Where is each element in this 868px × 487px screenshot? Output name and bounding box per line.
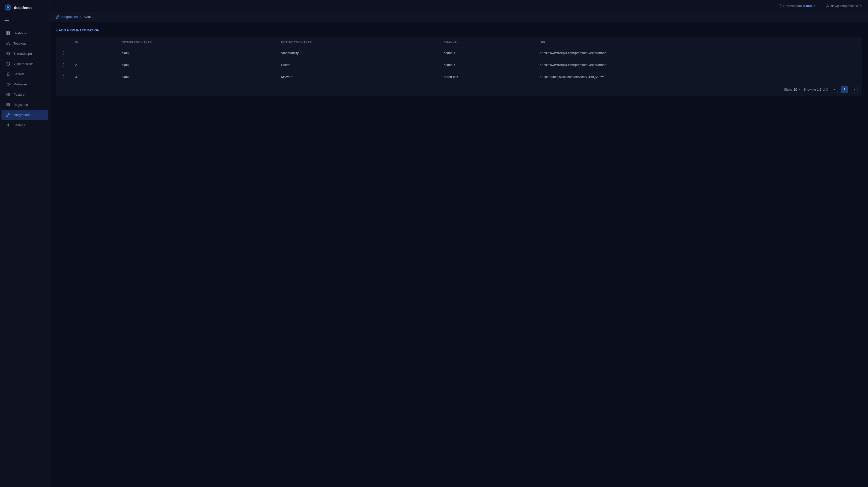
col-header-id: ID [71, 38, 118, 47]
user-email: dev@deepfence.io [831, 4, 858, 8]
sidebar-item-integrations-label: Integrations [13, 113, 30, 117]
table-row: ⋮ 1 slack Vulnerability asdasD https://w… [56, 47, 862, 59]
svg-line-11 [8, 42, 9, 44]
row-notification-type-3: Malware [277, 71, 440, 83]
sidebar-logo: deepfence [0, 0, 50, 15]
row-actions-menu-1[interactable]: ⋮ [56, 47, 71, 59]
deepfence-logo-icon [4, 4, 11, 11]
sidebar: deepfence Dashboard Topology ThreatGraph [0, 0, 50, 487]
svg-rect-29 [6, 115, 8, 117]
refresh-interval: 5 min [803, 4, 812, 8]
add-button-label: + ADD NEW INTEGRATION [56, 28, 100, 32]
sidebar-item-topology-label: Topology [13, 41, 26, 45]
svg-rect-22 [8, 93, 10, 94]
show-text: Show [784, 88, 792, 91]
sidebar-item-vulnerabilities-label: Vulnerabilities [13, 62, 33, 66]
svg-point-8 [6, 44, 7, 45]
sidebar-item-malwares-label: Malwares [13, 83, 27, 86]
row-url-2: https://www.freepik.com/premium-vector/m… [536, 59, 862, 71]
col-header-notification-type: NOTIFICATION TYPE [277, 38, 440, 47]
col-header-channel: CHANNEL [440, 38, 536, 47]
svg-point-9 [9, 44, 10, 45]
sidebar-item-secrets[interactable]: Secrets [1, 69, 48, 79]
table-row: ⋮ 3 slack Malware harsh-test https://hoo… [56, 71, 862, 83]
svg-point-30 [8, 113, 9, 114]
refresh-icon [778, 4, 782, 8]
sidebar-item-registries[interactable]: Registries [1, 100, 48, 109]
breadcrumb-separator: > [80, 15, 82, 19]
sidebar-item-posture[interactable]: Posture [1, 89, 48, 99]
page-content: + ADD NEW INTEGRATION ID INTEGRATION TYP… [50, 22, 868, 487]
sidebar-item-topology[interactable]: Topology [1, 38, 48, 48]
prev-page-button[interactable] [831, 86, 838, 93]
svg-rect-4 [8, 31, 10, 33]
sidebar-item-settings[interactable]: Settings [1, 120, 48, 130]
menu-toggle[interactable] [0, 15, 50, 26]
next-page-icon [853, 88, 856, 91]
row-actions-menu-2[interactable]: ⋮ [56, 59, 71, 71]
sidebar-item-vulnerabilities[interactable]: Vulnerabilities [1, 59, 48, 69]
show-count-select[interactable]: 10 [794, 88, 801, 91]
sidebar-item-settings-label: Settings [13, 123, 25, 127]
user-chevron-icon [860, 5, 862, 7]
topology-icon [6, 41, 10, 45]
sidebar-item-secrets-label: Secrets [13, 72, 24, 76]
row-channel-1: asdasD [440, 47, 536, 59]
breadcrumb-parent-label: Integrations [61, 15, 78, 19]
row-integration-type-2: slack [118, 59, 277, 71]
threatgraph-icon [6, 51, 10, 56]
pagination: Show 10 Showing 1-3 of 3 1 [56, 83, 862, 96]
app-name: deepfence [14, 5, 32, 10]
show-count-value: 10 [794, 88, 797, 91]
col-header-url: URL [536, 38, 862, 47]
show-label: Show 10 [784, 88, 801, 91]
vulnerabilities-icon [6, 62, 10, 66]
prev-page-icon [833, 88, 836, 91]
col-header-integration-type: INTEGRATION TYPE [118, 38, 277, 47]
show-chevron-icon [798, 88, 801, 91]
hamburger-icon[interactable] [4, 19, 45, 22]
sidebar-item-registries-label: Registries [13, 103, 28, 106]
svg-rect-23 [7, 95, 8, 96]
topbar: Refresh data 5 min dev@deepfence.io [50, 0, 868, 12]
svg-rect-24 [8, 95, 10, 96]
row-url-3: https://hooks.slack.com/services/TB6QVJ*… [536, 71, 862, 83]
integrations-icon [6, 112, 10, 117]
user-menu[interactable]: dev@deepfence.io [826, 4, 862, 8]
svg-point-7 [8, 41, 9, 42]
row-integration-type-3: slack [118, 71, 277, 83]
breadcrumb-integrations[interactable]: Integrations [56, 15, 78, 19]
refresh-label: Refresh data [783, 4, 802, 8]
settings-icon [6, 123, 10, 127]
chevron-down-icon [813, 5, 816, 7]
next-page-button[interactable] [851, 86, 858, 93]
svg-rect-18 [7, 74, 9, 75]
svg-rect-5 [6, 33, 8, 35]
table-row: ⋮ 2 slack Secret asdasD https://www.free… [56, 59, 862, 71]
row-channel-2: asdasD [440, 59, 536, 71]
breadcrumb: Integrations > Slack [50, 12, 868, 22]
row-notification-type-2: Secret [277, 59, 440, 71]
row-id-3: 3 [71, 71, 118, 83]
row-id-2: 2 [71, 59, 118, 71]
sidebar-item-malwares[interactable]: Malwares [1, 79, 48, 89]
user-icon [826, 4, 829, 8]
sidebar-item-dashboard[interactable]: Dashboard [1, 28, 48, 38]
add-integration-button[interactable]: + ADD NEW INTEGRATION [56, 27, 100, 34]
svg-point-32 [827, 5, 828, 6]
table-header-row: ID INTEGRATION TYPE NOTIFICATION TYPE CH… [56, 38, 862, 47]
secrets-icon [6, 72, 10, 76]
sidebar-item-integrations[interactable]: Integrations [1, 110, 48, 120]
posture-icon [6, 92, 10, 97]
svg-point-31 [8, 125, 9, 126]
malwares-icon [6, 82, 10, 87]
integrations-table: ID INTEGRATION TYPE NOTIFICATION TYPE CH… [56, 38, 862, 83]
showing-text: Showing 1-3 of 3 [804, 88, 828, 91]
svg-line-10 [7, 42, 8, 44]
sidebar-item-threatgraph[interactable]: ThreatGraph [1, 48, 48, 59]
refresh-control[interactable]: Refresh data 5 min [778, 4, 816, 8]
page-1-button[interactable]: 1 [841, 86, 848, 93]
row-actions-menu-3[interactable]: ⋮ [56, 71, 71, 83]
row-id-1: 1 [71, 47, 118, 59]
row-url-1: https://www.freepik.com/premium-vector/m… [536, 47, 862, 59]
